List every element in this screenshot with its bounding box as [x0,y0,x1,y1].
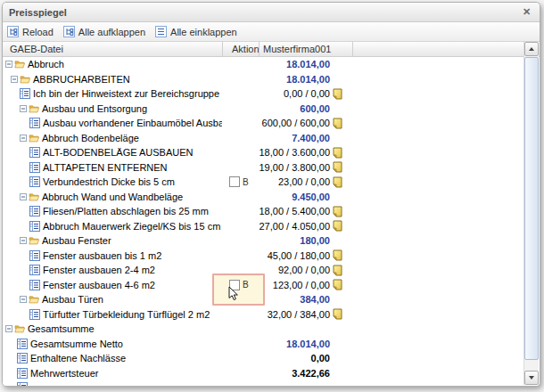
expand-all-button[interactable]: Alle aufklappen [63,26,145,37]
note-slot [330,294,342,306]
row-value: 92,00 / 0,00 [278,265,330,275]
row-value: 7.400,00 [292,133,330,143]
collapse-minus-icon[interactable] [20,193,27,200]
table-row: ALT-BODENBELÄGE AUSBAUEN18,00 / 3.600,00 [3,145,540,160]
tree-label-cell: Fenster ausbauen 2-4 m2 [3,265,222,275]
indent-spacer [3,137,20,138]
row-label: Gesamtsumme [28,323,95,334]
table-row: Türfutter Türbekleidung Türflügel 2 m232… [3,307,540,323]
tree-label-cell: Abbruch Wand und Wandbeläge [3,192,222,202]
vertical-scrollbar[interactable] [523,42,539,385]
indent-spacer [3,152,29,153]
row-label: Mehrwertsteuer [30,368,98,379]
note-slot [330,161,342,173]
row-label: Ausbau und Entsorgung [42,103,147,114]
position-icon [20,88,30,99]
note-icon[interactable] [332,161,342,173]
value-cell: 0,00 [259,353,352,364]
column-header-musterfirma001[interactable]: Musterfirma001 [263,44,331,54]
note-icon[interactable] [332,206,342,217]
value-cell: 9.450,00 [259,191,352,202]
row-label: Ausbau Türen [42,294,103,305]
note-icon[interactable] [332,220,342,232]
value-cell: 0,00 / 0,00 [259,88,352,100]
column-header-gaeb-datei[interactable]: GAEB-Datei [10,44,63,54]
title-bar[interactable]: Preisspiegel ✕ [3,3,540,22]
row-label: Gesamtsumme Netto [30,339,123,349]
value-cell: 384,00 [259,294,352,306]
column-header-aktion[interactable]: Aktion [232,44,260,54]
position-icon [29,265,40,275]
value-cell: 19,00 / 3.800,00 [259,161,352,173]
collapse-minus-icon[interactable] [20,135,27,142]
table-row: Gesamtsumme [3,322,540,337]
note-icon[interactable] [332,308,342,320]
indent-spacer [3,196,20,197]
note-icon[interactable] [332,279,342,290]
row-label: Fenster ausbauen 2-4 m2 [43,265,155,275]
note-slot [330,102,342,114]
position-icon [29,221,40,232]
row-label: Abbruch Mauerwerk Ziegel/KS bis 15 cm [43,221,220,232]
note-slot [330,88,342,100]
column-divider [222,42,223,56]
row-value: 384,00 [300,294,330,305]
row-value: 123,00 / 0,00 [273,280,330,290]
note-icon[interactable] [332,249,342,261]
scroll-down-button[interactable] [524,371,539,385]
note-icon[interactable] [332,88,342,100]
position-icon [29,250,40,261]
folder-icon [29,236,39,245]
mouse-cursor-icon [228,286,238,303]
row-value: 0,00 [311,353,330,363]
arrow-up-icon [529,47,534,51]
tree-label-cell: Ausbau und Entsorgung [3,103,222,114]
note-icon[interactable] [332,265,342,276]
checkbox-label: B [243,177,249,187]
scrollbar-thumb[interactable] [524,57,539,360]
collapse-all-button[interactable]: Alle einklappen [155,26,237,37]
note-icon[interactable] [332,176,342,188]
row-value: 180,00 [300,235,330,246]
value-cell: 600,00 [259,102,352,114]
window-title: Preisspiegel [9,7,520,18]
tree-label-cell: Gesamtsumme [3,323,222,334]
row-value: 18.014,00 [286,59,330,69]
close-icon[interactable]: ✕ [520,5,533,19]
position-icon [17,368,28,379]
note-slot [330,176,342,188]
position-icon [29,280,40,290]
collapse-minus-icon[interactable] [5,325,12,332]
table-row: Abbruch Mauerwerk Ziegel/KS bis 15 cm27,… [3,219,540,234]
collapse-minus-icon[interactable] [20,105,27,112]
indent-spacer [3,78,11,79]
action-cell: B [222,280,259,290]
tree-label-cell: Türfutter Türbekleidung Türflügel 2 m2 [3,309,222,320]
collapse-minus-icon[interactable] [11,76,18,83]
collapse-all-icon [155,26,167,37]
reload-button[interactable]: Reload [7,26,54,37]
action-checkbox[interactable] [229,176,240,187]
note-slot [330,118,342,129]
scroll-up-button[interactable] [524,42,539,56]
collapse-minus-icon[interactable] [20,296,27,303]
row-label: Ich bin der Hinweistext zur Bereichsgrup… [33,88,219,99]
position-icon [29,118,40,128]
collapse-minus-icon[interactable] [20,237,27,244]
preisspiegel-window: Preisspiegel ✕ Reload Alle aufklappen Al… [2,2,540,387]
note-icon[interactable] [332,147,342,159]
column-divider [259,42,260,56]
position-icon [17,353,28,363]
note-slot [330,265,342,276]
row-label: Fenster ausbauen 4-6 m2 [43,280,155,290]
table-row-partial [3,380,540,386]
row-label: ALTTAPETEN ENTFERNEN [43,162,168,173]
action-cell: B [222,176,259,187]
note-icon[interactable] [332,118,342,129]
indent-spacer [3,167,29,167]
indent-spacer [3,299,20,300]
checkbox-label: B [243,280,249,290]
row-label: Verbundestrich Dicke bis 5 cm [43,176,175,187]
indent-spacer [3,211,29,212]
collapse-minus-icon[interactable] [5,61,12,68]
